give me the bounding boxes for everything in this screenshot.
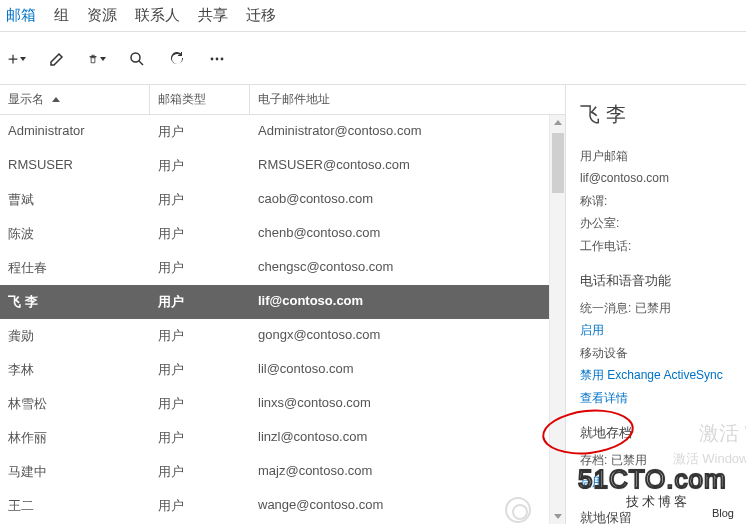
grid-body: Administrator用户Administrator@contoso.com… [0, 115, 565, 524]
cell-email: majz@contoso.com [250, 455, 565, 489]
column-header-type[interactable]: 邮箱类型 [150, 85, 250, 114]
detail-pane: 飞 李 用户邮箱 lif@contoso.com 称谓: 办公室: 工作电话: … [566, 85, 746, 524]
cell-email: lif@contoso.com [250, 285, 565, 319]
section-hold: 就地保留 [580, 507, 740, 524]
detail-body: 用户邮箱 lif@contoso.com 称谓: 办公室: 工作电话: 电话和语… [580, 146, 740, 524]
svg-point-1 [211, 58, 214, 61]
top-navigation: 邮箱组资源联系人共享迁移 [0, 0, 746, 32]
cell-type: 用户 [150, 115, 250, 149]
cell-displayname: 陈波 [0, 217, 150, 251]
table-row[interactable]: 林作丽用户linzl@contoso.com [0, 421, 565, 455]
cell-type: 用户 [150, 319, 250, 353]
nav-item[interactable]: 共享 [198, 6, 228, 25]
field-title: 称谓: [580, 191, 740, 211]
help-icon[interactable] [505, 497, 531, 523]
table-row[interactable]: 王长伟用户wangzw@contoso.com [0, 523, 565, 524]
mailbox-list-pane: 显示名 邮箱类型 电子邮件地址 Administrator用户Administr… [0, 85, 566, 524]
column-header-label: 电子邮件地址 [258, 91, 330, 108]
table-row[interactable]: 林雪松用户linxs@contoso.com [0, 387, 565, 421]
cell-displayname: 龚勋 [0, 319, 150, 353]
cell-email: wangzw@contoso.com [250, 523, 565, 524]
refresh-button[interactable] [168, 50, 186, 68]
cell-type: 用户 [150, 149, 250, 183]
nav-item[interactable]: 组 [54, 6, 69, 25]
um-enable-link[interactable]: 启用 [580, 320, 740, 340]
grid-header: 显示名 邮箱类型 电子邮件地址 [0, 85, 565, 115]
search-button[interactable] [128, 50, 146, 68]
table-row[interactable]: Administrator用户Administrator@contoso.com [0, 115, 565, 149]
chevron-down-icon [20, 57, 26, 61]
svg-point-3 [221, 58, 224, 61]
delete-button[interactable] [88, 50, 106, 68]
cell-email: chenb@contoso.com [250, 217, 565, 251]
cell-displayname: 王二 [0, 489, 150, 523]
table-row[interactable]: 龚勋用户gongx@contoso.com [0, 319, 565, 353]
table-row[interactable]: RMSUSER用户RMSUSER@contoso.com [0, 149, 565, 183]
nav-item[interactable]: 邮箱 [6, 6, 36, 25]
column-header-label: 显示名 [8, 91, 44, 108]
edit-button[interactable] [48, 50, 66, 68]
svg-point-0 [131, 53, 140, 62]
column-header-displayname[interactable]: 显示名 [0, 85, 150, 114]
toolbar [0, 32, 746, 84]
column-header-email[interactable]: 电子邮件地址 [250, 85, 565, 114]
mailbox-type: 用户邮箱 [580, 146, 740, 166]
um-label: 统一消息: [580, 301, 631, 315]
scroll-down-icon[interactable] [550, 508, 565, 524]
more-button[interactable] [208, 50, 226, 68]
field-workphone: 工作电话: [580, 236, 740, 256]
table-row[interactable]: 曹斌用户caob@contoso.com [0, 183, 565, 217]
svg-point-2 [216, 58, 219, 61]
cell-type: 用户 [150, 251, 250, 285]
archive-status-value: 已禁用 [611, 453, 647, 467]
new-button[interactable] [8, 50, 26, 68]
section-phone-voice: 电话和语音功能 [580, 270, 740, 292]
table-row[interactable]: 李林用户lil@contoso.com [0, 353, 565, 387]
cell-type: 用户 [150, 217, 250, 251]
cell-email: gongx@contoso.com [250, 319, 565, 353]
nav-item[interactable]: 联系人 [135, 6, 180, 25]
cell-type: 用户 [150, 489, 250, 523]
cell-type: 用户 [150, 523, 250, 524]
cell-displayname: 林雪松 [0, 387, 150, 421]
cell-displayname: 程仕春 [0, 251, 150, 285]
view-details-link[interactable]: 查看详情 [580, 388, 740, 408]
cell-displayname: 王长伟 [0, 523, 150, 524]
archive-status-label: 存档: [580, 453, 607, 467]
cell-type: 用户 [150, 387, 250, 421]
eas-disable-link[interactable]: 禁用 Exchange ActiveSync [580, 365, 740, 385]
scroll-up-icon[interactable] [550, 115, 565, 131]
scrollbar-thumb[interactable] [552, 133, 564, 193]
cell-displayname: Administrator [0, 115, 150, 149]
detail-title: 飞 李 [580, 101, 740, 128]
chevron-down-icon [100, 57, 106, 61]
table-row[interactable]: 陈波用户chenb@contoso.com [0, 217, 565, 251]
table-row[interactable]: 飞 李用户lif@contoso.com [0, 285, 565, 319]
cell-type: 用户 [150, 183, 250, 217]
archive-enable-link[interactable]: 启用 [580, 472, 740, 492]
table-row[interactable]: 马建中用户majz@contoso.com [0, 455, 565, 489]
nav-item[interactable]: 资源 [87, 6, 117, 25]
cell-email: caob@contoso.com [250, 183, 565, 217]
cell-displayname: 李林 [0, 353, 150, 387]
cell-type: 用户 [150, 285, 250, 319]
cell-displayname: 林作丽 [0, 421, 150, 455]
cell-displayname: 飞 李 [0, 285, 150, 319]
scrollbar[interactable] [549, 115, 565, 524]
table-row[interactable]: 王二用户wange@contoso.com [0, 489, 565, 523]
cell-email: linzl@contoso.com [250, 421, 565, 455]
um-value: 已禁用 [635, 301, 671, 315]
cell-email: Administrator@contoso.com [250, 115, 565, 149]
cell-displayname: 曹斌 [0, 183, 150, 217]
sort-ascending-icon [52, 97, 60, 102]
nav-item[interactable]: 迁移 [246, 6, 276, 25]
um-status: 统一消息: 已禁用 [580, 298, 740, 318]
mobile-label: 移动设备 [580, 343, 740, 363]
section-archive: 就地存档 [580, 422, 740, 444]
detail-email: lif@contoso.com [580, 168, 740, 188]
table-row[interactable]: 程仕春用户chengsc@contoso.com [0, 251, 565, 285]
cell-type: 用户 [150, 421, 250, 455]
cell-displayname: RMSUSER [0, 149, 150, 183]
cell-email: linxs@contoso.com [250, 387, 565, 421]
cell-email: lil@contoso.com [250, 353, 565, 387]
